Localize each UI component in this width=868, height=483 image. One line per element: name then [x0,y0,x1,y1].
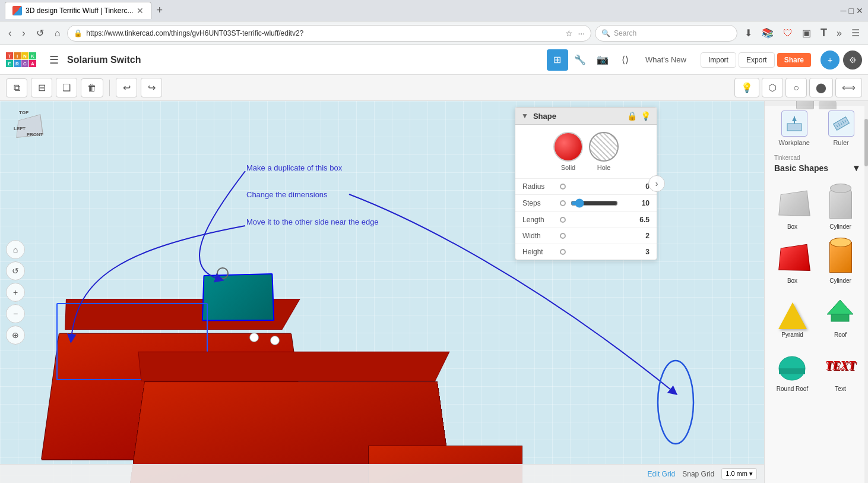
shape-item-text[interactable]: TEXT Text [818,344,863,396]
shape-panel-title: Shape [533,112,622,121]
platform-right-top [138,352,449,381]
more-options[interactable]: ··· [578,29,585,38]
shape-item-box-red[interactable]: Box [769,236,815,288]
hamburger-menu-button[interactable]: ☰ [46,51,62,69]
expand-panel-button[interactable]: › [648,175,665,192]
annotation-3: Move it to the other side near the edge [246,217,379,226]
shape-item-pyramid[interactable]: Pyramid [769,290,815,342]
steps-slider[interactable] [571,198,618,208]
bookmarks-button[interactable]: 📚 [758,25,777,41]
steps-slider-container[interactable] [571,198,627,208]
help-tool-button[interactable]: ⬡ [762,78,783,97]
length-dot[interactable] [560,217,566,223]
orbit-button[interactable]: ↺ [6,261,25,280]
shape-item-roof[interactable]: Roof [818,290,863,342]
hole-button[interactable]: Hole [589,132,619,171]
mirror-tool-button[interactable]: ⟺ [835,78,862,97]
reload-button[interactable]: ↺ [33,25,47,41]
forward-button[interactable]: › [18,26,28,41]
paste-button[interactable]: ⊟ [31,78,52,97]
redo-button[interactable]: ↪ [141,78,162,97]
whats-new-button[interactable]: What's New [641,53,691,67]
reader-button[interactable]: ▣ [799,25,815,41]
code-view-button[interactable]: ⟨⟩ [614,49,636,71]
user-settings-button[interactable]: ⚙ [843,50,862,70]
share-button[interactable]: Share [777,53,811,67]
shape-panel-header[interactable]: ▼ Shape 🔒 💡 [515,108,657,125]
bookmark-star[interactable]: ☆ [565,29,573,38]
tab-favicon [12,6,22,15]
zoom-out-button[interactable]: − [6,304,25,323]
extensions-button[interactable]: » [833,26,845,41]
annotation-1: Make a duplicate of this box [246,163,342,172]
add-user-button[interactable]: + [821,50,840,70]
snap-grid-value[interactable]: 1.0 mm ▾ [721,468,757,479]
height-dot[interactable] [560,249,566,255]
radius-dot[interactable] [560,184,566,190]
workplane-button[interactable]: Workplane [778,111,809,146]
edit-grid-button[interactable]: Edit Grid [648,470,676,478]
snap-tool-button[interactable]: ○ [785,78,807,97]
duplicate-button[interactable]: ❑ [56,78,77,97]
window-close[interactable]: ✕ [856,6,863,15]
undo-button[interactable]: ↩ [116,78,137,97]
shape-thumb-pyramid [775,293,810,329]
lock-icon[interactable]: 🔒 [627,111,637,121]
annotation-2: Change the dimensions [246,190,328,199]
move-handle-2[interactable] [270,336,280,345]
copy-icon: ⧉ [14,83,20,93]
align-tool-button[interactable]: ⬤ [809,78,833,97]
shape-item-cylinder-grey[interactable]: Cylinder [818,182,863,233]
light-tool-button[interactable]: 💡 [734,78,759,97]
tab-close-button[interactable]: ✕ [137,6,144,15]
download-button[interactable]: ⬇ [741,25,756,41]
delete-button[interactable]: 🗑 [81,78,103,97]
window-maximize[interactable]: □ [849,6,854,15]
ruler-button[interactable]: Ruler [828,111,854,146]
photo-view-button[interactable]: 📷 [592,49,613,71]
ruler-label: Ruler [833,139,848,146]
url-text: https://www.tinkercad.com/things/gvH6UNT… [86,29,562,37]
category-dropdown-icon[interactable]: ▾ [854,162,859,173]
shape-item-box-grey[interactable]: Box [769,182,815,233]
collapse-icon[interactable]: ▼ [521,112,528,120]
menu-button[interactable]: ☰ [848,25,863,41]
width-dot[interactable] [560,233,566,239]
steps-dot[interactable] [560,200,566,206]
home-view-button[interactable]: ⌂ [6,240,25,259]
new-tab-button[interactable]: + [151,2,167,19]
view-cube[interactable]: TOP LEFT FRONT [12,107,59,154]
import-button[interactable]: Import [701,52,736,68]
scrollbar-thumb[interactable] [864,119,868,166]
zoom-in-button[interactable]: + [6,283,25,302]
tinkercad-logo[interactable]: T I N K E R C A [6,52,36,67]
solid-button[interactable]: Solid [553,132,583,171]
width-label: Width [522,232,555,240]
bulb-icon[interactable]: 💡 [641,111,651,121]
compass-button[interactable]: ⊕ [6,326,25,345]
adblock-button[interactable]: 🛡 [780,26,796,41]
viewport[interactable]: Make a duplicate of this box Change the … [0,101,764,483]
shape-label-cylinder-grey: Cylinder [829,223,851,230]
search-box[interactable]: 🔍 Search [595,25,737,42]
home-button[interactable]: ⌂ [51,26,64,41]
steps-row: Steps 10 [515,194,657,211]
export-button[interactable]: Export [739,52,775,68]
move-handle[interactable] [249,333,259,342]
shape-thumb-roof [823,293,859,329]
build-view-button[interactable]: 🔧 [569,49,591,71]
rotate-handle[interactable] [217,267,229,279]
workplane-ruler-section: Workplane Ruler [765,106,868,151]
active-tab[interactable]: 3D design Terrific Wluff | Tinkerc... ✕ [5,2,151,19]
window-minimize[interactable]: ─ [841,6,847,15]
undo-icon: ↩ [123,82,131,93]
shape-item-round-roof[interactable]: Round Roof [769,344,815,396]
address-bar[interactable]: 🔒 https://www.tinkercad.com/things/gvH6U… [67,25,591,42]
font-button[interactable]: T [817,24,831,42]
grid-view-button[interactable]: ⊞ [547,49,568,71]
selected-object[interactable] [202,273,274,321]
pyramid-shape [778,302,807,329]
shape-item-cylinder-orange[interactable]: Cylinder [818,236,863,288]
back-button[interactable]: ‹ [5,26,15,41]
copy-button[interactable]: ⧉ [6,78,27,97]
